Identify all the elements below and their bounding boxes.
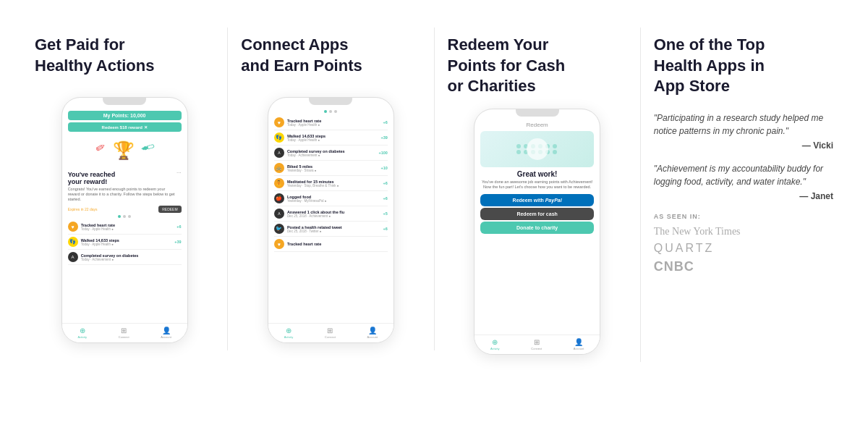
expires-text: Expires in 22 days xyxy=(68,207,98,211)
reward-body: Congrats! You've earned enough points to… xyxy=(68,187,176,202)
press-quartz-logo: QUARTZ xyxy=(654,242,833,255)
gift-dot xyxy=(516,150,521,154)
redeem-small-button[interactable]: REDEEM xyxy=(158,206,181,213)
heart-icon: ♥ xyxy=(68,222,78,232)
list-item: A Completed survey on diabetes Today · A… xyxy=(274,146,388,161)
al-points-3: +100 xyxy=(378,151,387,155)
list-item: 👣 Walked 14,633 steps Today · Apple Heal… xyxy=(274,130,388,146)
list-item: 🐦 Posted a health related tweet Dec 25, … xyxy=(274,222,388,237)
al-points-8: +6 xyxy=(383,227,388,231)
activity-points-1: +6 xyxy=(176,224,181,229)
food-icon: 🍎 xyxy=(274,193,284,203)
card2-title: Connect Appsand Earn Points xyxy=(241,35,362,85)
steps-icon-2: 👣 xyxy=(274,132,284,143)
list-item: ♥ Tracked heart rate xyxy=(274,237,388,252)
activity-nav-icon: ⊕ xyxy=(80,327,85,334)
connect-nav-label-2: Connect xyxy=(325,335,336,339)
connect-nav-icon-3: ⊞ xyxy=(534,338,540,346)
al-points-5: +6 xyxy=(383,181,388,185)
connect-nav-icon-2: ⊞ xyxy=(327,327,333,334)
activity-text-1: Tracked heart rate Today · Apple Health … xyxy=(81,223,174,231)
activity-nav-label: Activity xyxy=(77,335,87,339)
al-text-3: Completed survey on diabetes Today · Ach… xyxy=(287,149,376,157)
al-text-9: Tracked heart rate xyxy=(287,242,388,246)
meditate-icon: 🧘 xyxy=(274,178,284,188)
al-text-5: Meditated for 15 minutes Yesterday · Sto… xyxy=(287,180,380,188)
al-text-7: Answered 1 click about the flu Dec 25, 2… xyxy=(287,210,380,218)
activity-text-2: Walked 14,633 steps Today · Apple Health… xyxy=(81,238,172,246)
feature-card-1: Get Paid forHealthy Actions My Points: 1… xyxy=(22,28,228,350)
trophy-icon: 🏆 xyxy=(113,140,135,161)
al-source-7: Dec 25, 2018 · Achievement ● xyxy=(287,214,380,218)
nav-activity-3[interactable]: ⊕ Activity xyxy=(490,338,500,350)
testimonials-card: One of the TopHealth Apps inApp Store "P… xyxy=(641,28,846,286)
al-source-1: Today · Apple Health ● xyxy=(287,123,380,127)
activity-nav-icon-2: ⊕ xyxy=(286,327,292,334)
heart-icon-3: ♥ xyxy=(274,239,284,249)
list-item: A Answered 1 click about the flu Dec 25,… xyxy=(274,206,388,222)
carousel-dots xyxy=(68,215,182,218)
cdot-3 xyxy=(334,110,337,113)
activity-heart: ♥ Tracked heart rate Today · Apple Healt… xyxy=(68,219,182,235)
nav-activity-1[interactable]: ⊕ Activity xyxy=(77,327,87,339)
brush-icon: 🖌 xyxy=(136,139,156,162)
nav-connect-2[interactable]: ⊞ Connect xyxy=(325,327,336,339)
activity-source-2: Today · Apple Health ● xyxy=(81,243,172,246)
nav-connect-3[interactable]: ⊞ Connect xyxy=(531,338,542,350)
al-source-6: Yesterday · MyFitnessPal ● xyxy=(287,199,380,203)
phone3-nav: ⊕ Activity ⊞ Connect 👤 Account xyxy=(475,334,600,354)
survey-icon-2: A xyxy=(274,148,284,158)
account-nav-label-3: Account xyxy=(574,347,584,350)
donate-charity-button[interactable]: Donate to charity xyxy=(480,222,594,234)
al-text-2: Walked 14,633 steps Today · Apple Health… xyxy=(287,134,378,142)
gift-dot xyxy=(553,144,557,148)
list-item: 🍎 Logged food Yesterday · MyFitnessPal ●… xyxy=(274,191,388,206)
redeem-cash-button[interactable]: Redeem for cash xyxy=(480,208,594,220)
gift-card-area xyxy=(480,131,594,167)
nav-account-3[interactable]: 👤 Account xyxy=(574,338,584,350)
al-source-2: Today · Apple Health ● xyxy=(287,138,378,142)
cdot-1 xyxy=(324,110,327,113)
gift-dot xyxy=(516,144,521,148)
redeem-banner[interactable]: Redeem $18 reward ✕ xyxy=(68,122,182,132)
activity-source-1: Today · Apple Health ● xyxy=(81,227,174,231)
points-header: My Points: 10,000 xyxy=(68,111,182,120)
twitter-icon: 🐦 xyxy=(274,224,284,234)
as-seen-in-label: AS SEEN IN: xyxy=(654,213,833,220)
phone2-nav: ⊕ Activity ⊞ Connect 👤 Account xyxy=(268,323,393,342)
pencil-icon: ✏ xyxy=(93,140,111,162)
dot-2 xyxy=(123,215,126,218)
al-points-1: +6 xyxy=(383,120,388,125)
al-name-9: Tracked heart rate xyxy=(287,242,388,246)
feature-card-3: Redeem YourPoints for Cashor Charities R… xyxy=(435,28,641,362)
survey-icon: A xyxy=(68,252,78,262)
phone-notch-2 xyxy=(309,98,352,105)
redeem-title: Redeem xyxy=(480,122,594,128)
gift-dot xyxy=(553,150,557,154)
nav-connect-1[interactable]: ⊞ Connect xyxy=(119,327,129,339)
dot-1 xyxy=(118,215,121,218)
phone-mockup-2: ♥ Tracked heart rate Today · Apple Healt… xyxy=(268,97,394,343)
testimonial-2: "Achievement is my accountability buddy … xyxy=(654,162,833,201)
al-text-4: Biked 5 miles Yesterday · Strava ● xyxy=(287,164,378,172)
testimonial-author-2: — Janet xyxy=(654,191,833,201)
activity-survey: A Completed survey on diabetes Today · A… xyxy=(68,250,182,265)
expires-row: Expires in 22 days REDEEM xyxy=(68,206,182,213)
great-work-body: You've done an awesome job earning point… xyxy=(480,180,594,190)
al-text-8: Posted a health related tweet Dec 25, 20… xyxy=(287,225,380,233)
press-cnbc-logo: CNBC xyxy=(654,259,833,274)
activity-steps: 👣 Walked 14,633 steps Today · Apple Heal… xyxy=(68,235,182,250)
bike-icon: 🚲 xyxy=(274,163,284,173)
redeem-paypal-button[interactable]: Redeem with PayPal xyxy=(480,194,594,206)
dot-3 xyxy=(128,215,131,218)
steps-icon: 👣 xyxy=(68,237,78,247)
connect-dots xyxy=(274,110,388,113)
nav-account-2[interactable]: 👤 Account xyxy=(367,327,378,339)
nav-account-1[interactable]: 👤 Account xyxy=(161,327,171,339)
phone3-content: Redeem xyxy=(475,117,600,238)
al-source-8: Dec 25, 2018 · Twitter ● xyxy=(287,230,380,233)
phone1-nav: ⊕ Activity ⊞ Connect 👤 Account xyxy=(62,323,187,342)
nav-activity-2[interactable]: ⊕ Activity xyxy=(284,327,294,339)
list-item: ♥ Tracked heart rate Today · Apple Healt… xyxy=(274,115,388,130)
connect-nav-label: Connect xyxy=(119,335,129,339)
